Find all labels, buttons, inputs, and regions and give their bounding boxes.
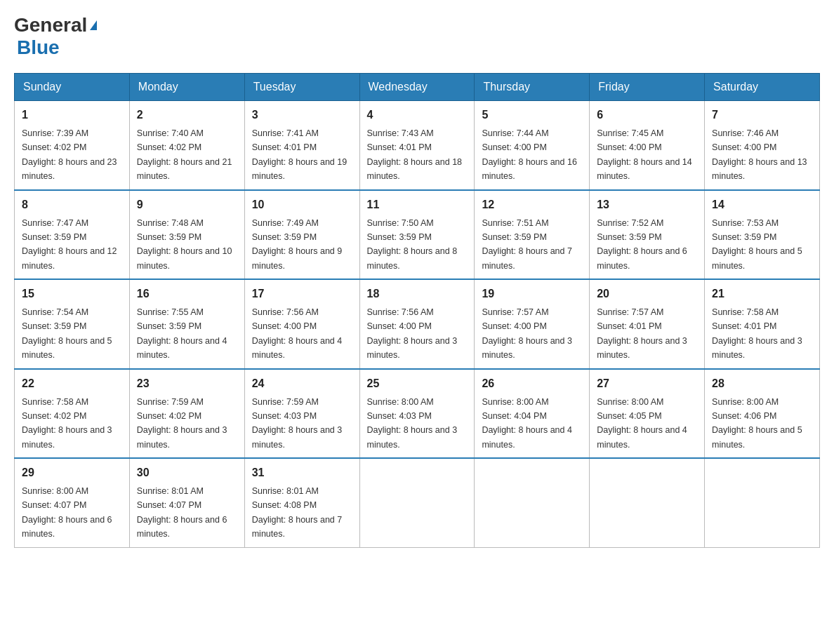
day-number: 12 [482, 196, 582, 213]
day-number: 6 [597, 107, 697, 123]
logo-triangle-icon [90, 20, 97, 30]
day-cell: 28 Sunrise: 8:00 AMSunset: 4:06 PMDaylig… [705, 369, 820, 459]
day-cell: 2 Sunrise: 7:40 AMSunset: 4:02 PMDayligh… [129, 101, 244, 190]
day-number: 21 [712, 286, 812, 302]
day-info: Sunrise: 7:57 AMSunset: 4:01 PMDaylight:… [597, 307, 687, 360]
day-number: 7 [712, 107, 812, 123]
day-number: 22 [22, 375, 122, 392]
day-number: 24 [252, 375, 352, 392]
day-number: 30 [137, 464, 237, 481]
day-info: Sunrise: 8:00 AMSunset: 4:05 PMDaylight:… [597, 397, 687, 450]
day-cell: 14 Sunrise: 7:53 AMSunset: 3:59 PMDaylig… [705, 190, 820, 280]
day-info: Sunrise: 7:55 AMSunset: 3:59 PMDaylight:… [137, 307, 227, 360]
day-cell: 29 Sunrise: 8:00 AMSunset: 4:07 PMDaylig… [15, 458, 130, 547]
week-row-1: 1 Sunrise: 7:39 AMSunset: 4:02 PMDayligh… [15, 101, 820, 190]
day-number: 26 [482, 375, 582, 392]
day-info: Sunrise: 7:43 AMSunset: 4:01 PMDaylight:… [367, 128, 463, 181]
day-info: Sunrise: 7:59 AMSunset: 4:03 PMDaylight:… [252, 397, 343, 450]
header-sunday: Sunday [15, 74, 130, 101]
day-number: 3 [252, 107, 352, 123]
header: General Blue [14, 14, 820, 59]
week-row-4: 22 Sunrise: 7:58 AMSunset: 4:02 PMDaylig… [15, 369, 820, 459]
day-cell: 12 Sunrise: 7:51 AMSunset: 3:59 PMDaylig… [475, 190, 590, 280]
day-cell: 30 Sunrise: 8:01 AMSunset: 4:07 PMDaylig… [129, 458, 244, 547]
day-cell: 3 Sunrise: 7:41 AMSunset: 4:01 PMDayligh… [244, 101, 359, 190]
day-info: Sunrise: 8:01 AMSunset: 4:07 PMDaylight:… [137, 486, 227, 539]
header-tuesday: Tuesday [244, 74, 359, 101]
day-cell: 23 Sunrise: 7:59 AMSunset: 4:02 PMDaylig… [129, 369, 244, 459]
day-cell: 17 Sunrise: 7:56 AMSunset: 4:00 PMDaylig… [244, 279, 359, 369]
day-cell: 25 Sunrise: 8:00 AMSunset: 4:03 PMDaylig… [359, 369, 475, 459]
day-info: Sunrise: 7:58 AMSunset: 4:01 PMDaylight:… [712, 307, 802, 360]
day-cell: 24 Sunrise: 7:59 AMSunset: 4:03 PMDaylig… [244, 369, 359, 459]
day-info: Sunrise: 7:46 AMSunset: 4:00 PMDaylight:… [712, 128, 807, 181]
day-info: Sunrise: 8:00 AMSunset: 4:03 PMDaylight:… [367, 397, 458, 450]
day-number: 2 [137, 107, 237, 123]
day-number: 5 [482, 107, 582, 123]
day-cell: 20 Sunrise: 7:57 AMSunset: 4:01 PMDaylig… [590, 279, 705, 369]
logo-general-text: General [14, 14, 87, 36]
day-cell: 8 Sunrise: 7:47 AMSunset: 3:59 PMDayligh… [15, 190, 130, 280]
day-number: 18 [367, 286, 468, 302]
day-cell: 15 Sunrise: 7:54 AMSunset: 3:59 PMDaylig… [15, 279, 130, 369]
day-number: 11 [367, 196, 468, 213]
day-cell [475, 458, 590, 547]
day-info: Sunrise: 7:40 AMSunset: 4:02 PMDaylight:… [137, 128, 232, 181]
day-info: Sunrise: 7:50 AMSunset: 3:59 PMDaylight:… [367, 218, 458, 271]
day-info: Sunrise: 7:47 AMSunset: 3:59 PMDaylight:… [22, 218, 117, 271]
day-number: 28 [712, 375, 812, 392]
calendar-table: SundayMondayTuesdayWednesdayThursdayFrid… [14, 73, 820, 548]
day-info: Sunrise: 7:56 AMSunset: 4:00 PMDaylight:… [367, 307, 458, 360]
day-headers-row: SundayMondayTuesdayWednesdayThursdayFrid… [15, 74, 820, 101]
day-info: Sunrise: 7:44 AMSunset: 4:00 PMDaylight:… [482, 128, 577, 181]
header-friday: Friday [590, 74, 705, 101]
day-number: 27 [597, 375, 697, 392]
day-number: 13 [597, 196, 697, 213]
day-cell: 18 Sunrise: 7:56 AMSunset: 4:00 PMDaylig… [359, 279, 475, 369]
day-info: Sunrise: 7:57 AMSunset: 4:00 PMDaylight:… [482, 307, 572, 360]
day-cell: 10 Sunrise: 7:49 AMSunset: 3:59 PMDaylig… [244, 190, 359, 280]
week-row-3: 15 Sunrise: 7:54 AMSunset: 3:59 PMDaylig… [15, 279, 820, 369]
day-number: 29 [22, 464, 122, 481]
day-info: Sunrise: 7:52 AMSunset: 3:59 PMDaylight:… [597, 218, 687, 271]
day-cell: 22 Sunrise: 7:58 AMSunset: 4:02 PMDaylig… [15, 369, 130, 459]
logo: General Blue [14, 14, 97, 59]
week-row-5: 29 Sunrise: 8:00 AMSunset: 4:07 PMDaylig… [15, 458, 820, 547]
day-info: Sunrise: 7:51 AMSunset: 3:59 PMDaylight:… [482, 218, 572, 271]
day-cell: 9 Sunrise: 7:48 AMSunset: 3:59 PMDayligh… [129, 190, 244, 280]
day-cell: 7 Sunrise: 7:46 AMSunset: 4:00 PMDayligh… [705, 101, 820, 190]
day-info: Sunrise: 7:49 AMSunset: 3:59 PMDaylight:… [252, 218, 343, 271]
day-number: 8 [22, 196, 122, 213]
day-cell: 26 Sunrise: 8:00 AMSunset: 4:04 PMDaylig… [475, 369, 590, 459]
day-cell: 4 Sunrise: 7:43 AMSunset: 4:01 PMDayligh… [359, 101, 475, 190]
day-number: 17 [252, 286, 352, 302]
day-number: 14 [712, 196, 812, 213]
day-info: Sunrise: 8:00 AMSunset: 4:07 PMDaylight:… [22, 486, 112, 539]
day-cell: 21 Sunrise: 7:58 AMSunset: 4:01 PMDaylig… [705, 279, 820, 369]
day-number: 23 [137, 375, 237, 392]
day-info: Sunrise: 7:41 AMSunset: 4:01 PMDaylight:… [252, 128, 348, 181]
day-info: Sunrise: 7:39 AMSunset: 4:02 PMDaylight:… [22, 128, 117, 181]
day-info: Sunrise: 7:54 AMSunset: 3:59 PMDaylight:… [22, 307, 112, 360]
day-info: Sunrise: 7:45 AMSunset: 4:00 PMDaylight:… [597, 128, 692, 181]
day-number: 19 [482, 286, 582, 302]
day-number: 10 [252, 196, 352, 213]
day-cell: 19 Sunrise: 7:57 AMSunset: 4:00 PMDaylig… [475, 279, 590, 369]
day-number: 25 [367, 375, 468, 392]
day-cell: 31 Sunrise: 8:01 AMSunset: 4:08 PMDaylig… [244, 458, 359, 547]
day-cell: 27 Sunrise: 8:00 AMSunset: 4:05 PMDaylig… [590, 369, 705, 459]
day-cell [359, 458, 475, 547]
day-info: Sunrise: 8:00 AMSunset: 4:04 PMDaylight:… [482, 397, 572, 450]
day-info: Sunrise: 7:59 AMSunset: 4:02 PMDaylight:… [137, 397, 227, 450]
day-cell [705, 458, 820, 547]
header-monday: Monday [129, 74, 244, 101]
day-info: Sunrise: 8:01 AMSunset: 4:08 PMDaylight:… [252, 486, 343, 539]
day-cell: 13 Sunrise: 7:52 AMSunset: 3:59 PMDaylig… [590, 190, 705, 280]
day-number: 20 [597, 286, 697, 302]
header-wednesday: Wednesday [359, 74, 475, 101]
day-info: Sunrise: 7:58 AMSunset: 4:02 PMDaylight:… [22, 397, 112, 450]
logo-blue-text: Blue [17, 36, 60, 59]
day-number: 16 [137, 286, 237, 302]
day-number: 4 [367, 107, 468, 123]
day-info: Sunrise: 7:48 AMSunset: 3:59 PMDaylight:… [137, 218, 232, 271]
